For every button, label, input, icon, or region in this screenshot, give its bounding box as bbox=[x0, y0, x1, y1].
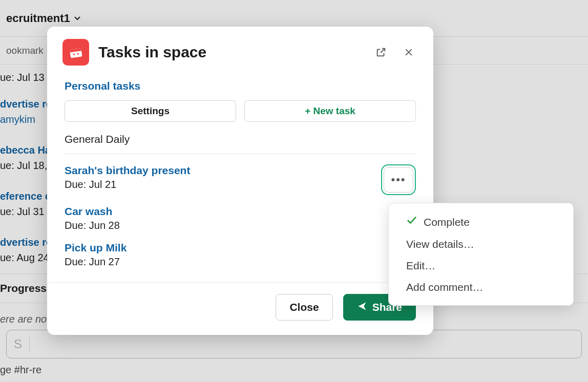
new-task-button[interactable]: + New task bbox=[244, 100, 416, 122]
action-row: Settings + New task bbox=[65, 100, 416, 122]
task-row: Pick up Milk Due: Jun 27 bbox=[65, 231, 416, 273]
menu-item-view-details[interactable]: View details… bbox=[389, 234, 573, 255]
task-title-link[interactable]: Sarah's birthday present bbox=[65, 164, 190, 179]
task-row: Sarah's birthday present Due: Jul 21 ••• bbox=[65, 154, 416, 195]
send-icon bbox=[357, 301, 367, 314]
task-context-menu: Complete View details… Edit… Add comment… bbox=[388, 203, 574, 306]
menu-item-complete[interactable]: Complete bbox=[389, 210, 573, 234]
settings-button[interactable]: Settings bbox=[65, 100, 236, 122]
menu-item-edit[interactable]: Edit… bbox=[389, 255, 573, 277]
modal-body: Personal tasks Settings + New task Gener… bbox=[47, 71, 433, 282]
close-icon[interactable] bbox=[400, 43, 418, 61]
ellipsis-icon: ••• bbox=[391, 173, 406, 186]
modal-footer: Close Share bbox=[47, 282, 433, 335]
overflow-highlight: ••• bbox=[381, 164, 416, 195]
close-button[interactable]: Close bbox=[276, 294, 332, 321]
check-icon bbox=[406, 215, 417, 229]
personal-tasks-link[interactable]: Personal tasks bbox=[65, 75, 140, 100]
menu-item-add-comment[interactable]: Add comment… bbox=[389, 277, 573, 298]
task-title-link[interactable]: Pick up Milk bbox=[65, 242, 127, 256]
task-row: Car wash Due: Jun 28 bbox=[65, 195, 416, 231]
tasks-modal: Tasks in space Personal tasks Settings +… bbox=[47, 27, 433, 335]
task-due: Due: Jul 21 bbox=[65, 179, 190, 190]
task-title-link[interactable]: Car wash bbox=[65, 205, 120, 220]
menu-label: Complete bbox=[424, 216, 470, 228]
open-external-icon[interactable] bbox=[372, 43, 390, 61]
app-icon bbox=[62, 39, 89, 66]
section-title: General Daily bbox=[65, 133, 416, 154]
modal-title: Tasks in space bbox=[98, 44, 363, 61]
task-overflow-button[interactable]: ••• bbox=[384, 167, 413, 193]
task-due: Due: Jun 27 bbox=[65, 256, 127, 268]
task-due: Due: Jun 28 bbox=[65, 220, 120, 231]
modal-header: Tasks in space bbox=[47, 27, 433, 71]
